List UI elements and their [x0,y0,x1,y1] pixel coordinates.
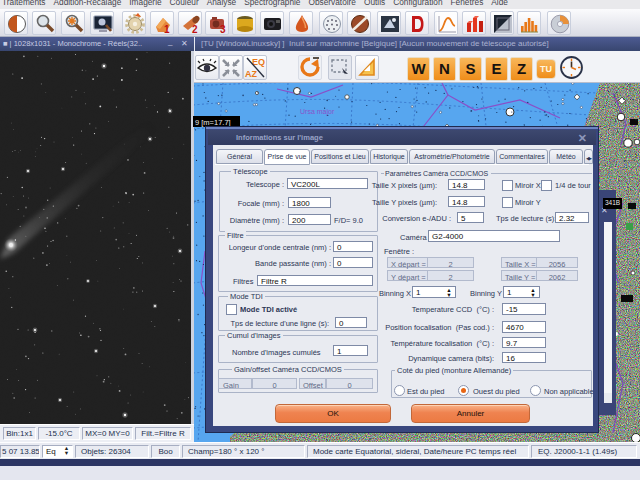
svg-text:2: 2 [192,24,198,35]
svg-text:AZ: AZ [245,69,257,79]
svg-text:1: 1 [164,24,170,35]
svg-text:Ursa major: Ursa major [300,108,335,116]
svg-text:3: 3 [220,24,226,35]
